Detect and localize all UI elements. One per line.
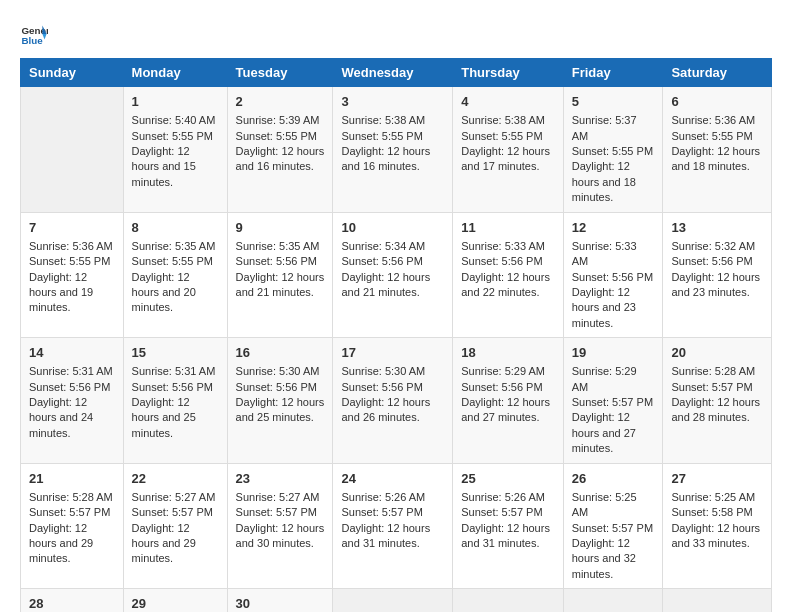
calendar-cell: 15Sunrise: 5:31 AMSunset: 5:56 PMDayligh…	[123, 338, 227, 464]
sunrise-info: Sunrise: 5:29 AM	[572, 364, 655, 395]
daylight-info: Daylight: 12 hours and 27 minutes.	[461, 395, 554, 426]
day-number: 29	[132, 595, 219, 612]
sunset-info: Sunset: 5:56 PM	[132, 380, 219, 395]
daylight-info: Daylight: 12 hours and 23 minutes.	[572, 285, 655, 331]
day-header-sunday: Sunday	[21, 59, 124, 87]
daylight-info: Daylight: 12 hours and 27 minutes.	[572, 410, 655, 456]
day-number: 21	[29, 470, 115, 488]
sunrise-info: Sunrise: 5:38 AM	[341, 113, 444, 128]
calendar-cell: 11Sunrise: 5:33 AMSunset: 5:56 PMDayligh…	[453, 212, 563, 338]
day-number: 30	[236, 595, 325, 612]
daylight-info: Daylight: 12 hours and 17 minutes.	[461, 144, 554, 175]
calendar-cell	[21, 87, 124, 213]
sunset-info: Sunset: 5:56 PM	[236, 380, 325, 395]
daylight-info: Daylight: 12 hours and 30 minutes.	[236, 521, 325, 552]
day-header-tuesday: Tuesday	[227, 59, 333, 87]
calendar-cell	[333, 589, 453, 612]
sunrise-info: Sunrise: 5:36 AM	[671, 113, 763, 128]
day-header-wednesday: Wednesday	[333, 59, 453, 87]
sunset-info: Sunset: 5:57 PM	[29, 505, 115, 520]
daylight-info: Daylight: 12 hours and 16 minutes.	[236, 144, 325, 175]
calendar-cell: 6Sunrise: 5:36 AMSunset: 5:55 PMDaylight…	[663, 87, 772, 213]
sunset-info: Sunset: 5:56 PM	[461, 254, 554, 269]
daylight-info: Daylight: 12 hours and 15 minutes.	[132, 144, 219, 190]
sunrise-info: Sunrise: 5:31 AM	[132, 364, 219, 379]
sunrise-info: Sunrise: 5:40 AM	[132, 113, 219, 128]
sunset-info: Sunset: 5:57 PM	[236, 505, 325, 520]
day-number: 23	[236, 470, 325, 488]
sunset-info: Sunset: 5:57 PM	[572, 521, 655, 536]
day-header-thursday: Thursday	[453, 59, 563, 87]
calendar-cell	[453, 589, 563, 612]
calendar-cell: 7Sunrise: 5:36 AMSunset: 5:55 PMDaylight…	[21, 212, 124, 338]
sunset-info: Sunset: 5:56 PM	[572, 270, 655, 285]
daylight-info: Daylight: 12 hours and 23 minutes.	[671, 270, 763, 301]
daylight-info: Daylight: 12 hours and 31 minutes.	[341, 521, 444, 552]
sunrise-info: Sunrise: 5:25 AM	[572, 490, 655, 521]
day-header-friday: Friday	[563, 59, 663, 87]
day-number: 24	[341, 470, 444, 488]
sunrise-info: Sunrise: 5:33 AM	[572, 239, 655, 270]
sunrise-info: Sunrise: 5:34 AM	[341, 239, 444, 254]
sunrise-info: Sunrise: 5:39 AM	[236, 113, 325, 128]
daylight-info: Daylight: 12 hours and 21 minutes.	[236, 270, 325, 301]
sunrise-info: Sunrise: 5:26 AM	[341, 490, 444, 505]
day-header-monday: Monday	[123, 59, 227, 87]
daylight-info: Daylight: 12 hours and 25 minutes.	[132, 395, 219, 441]
calendar-cell: 16Sunrise: 5:30 AMSunset: 5:56 PMDayligh…	[227, 338, 333, 464]
day-number: 19	[572, 344, 655, 362]
day-number: 18	[461, 344, 554, 362]
calendar-cell: 8Sunrise: 5:35 AMSunset: 5:55 PMDaylight…	[123, 212, 227, 338]
day-number: 27	[671, 470, 763, 488]
day-number: 10	[341, 219, 444, 237]
sunrise-info: Sunrise: 5:25 AM	[671, 490, 763, 505]
sunrise-info: Sunrise: 5:30 AM	[341, 364, 444, 379]
calendar-cell: 3Sunrise: 5:38 AMSunset: 5:55 PMDaylight…	[333, 87, 453, 213]
calendar-cell: 29Sunrise: 5:24 AMSunset: 5:58 PMDayligh…	[123, 589, 227, 612]
daylight-info: Daylight: 12 hours and 20 minutes.	[132, 270, 219, 316]
calendar-cell: 12Sunrise: 5:33 AMSunset: 5:56 PMDayligh…	[563, 212, 663, 338]
sunrise-info: Sunrise: 5:33 AM	[461, 239, 554, 254]
sunset-info: Sunset: 5:55 PM	[572, 144, 655, 159]
sunrise-info: Sunrise: 5:35 AM	[132, 239, 219, 254]
day-number: 6	[671, 93, 763, 111]
day-number: 2	[236, 93, 325, 111]
daylight-info: Daylight: 12 hours and 29 minutes.	[29, 521, 115, 567]
logo: General Blue	[20, 20, 52, 48]
sunset-info: Sunset: 5:57 PM	[461, 505, 554, 520]
sunrise-info: Sunrise: 5:29 AM	[461, 364, 554, 379]
daylight-info: Daylight: 12 hours and 33 minutes.	[671, 521, 763, 552]
sunset-info: Sunset: 5:56 PM	[461, 380, 554, 395]
day-number: 8	[132, 219, 219, 237]
calendar-cell: 27Sunrise: 5:25 AMSunset: 5:58 PMDayligh…	[663, 463, 772, 589]
calendar-cell: 5Sunrise: 5:37 AMSunset: 5:55 PMDaylight…	[563, 87, 663, 213]
day-number: 26	[572, 470, 655, 488]
calendar-header-row: SundayMondayTuesdayWednesdayThursdayFrid…	[21, 59, 772, 87]
daylight-info: Daylight: 12 hours and 24 minutes.	[29, 395, 115, 441]
calendar-cell	[563, 589, 663, 612]
day-number: 3	[341, 93, 444, 111]
day-number: 7	[29, 219, 115, 237]
day-number: 25	[461, 470, 554, 488]
sunrise-info: Sunrise: 5:28 AM	[29, 490, 115, 505]
day-number: 11	[461, 219, 554, 237]
calendar-cell: 13Sunrise: 5:32 AMSunset: 5:56 PMDayligh…	[663, 212, 772, 338]
daylight-info: Daylight: 12 hours and 25 minutes.	[236, 395, 325, 426]
sunrise-info: Sunrise: 5:26 AM	[461, 490, 554, 505]
calendar-cell: 17Sunrise: 5:30 AMSunset: 5:56 PMDayligh…	[333, 338, 453, 464]
sunset-info: Sunset: 5:55 PM	[341, 129, 444, 144]
sunrise-info: Sunrise: 5:38 AM	[461, 113, 554, 128]
day-number: 15	[132, 344, 219, 362]
calendar-cell: 20Sunrise: 5:28 AMSunset: 5:57 PMDayligh…	[663, 338, 772, 464]
daylight-info: Daylight: 12 hours and 29 minutes.	[132, 521, 219, 567]
calendar-cell: 14Sunrise: 5:31 AMSunset: 5:56 PMDayligh…	[21, 338, 124, 464]
daylight-info: Daylight: 12 hours and 31 minutes.	[461, 521, 554, 552]
calendar-week-row: 28Sunrise: 5:24 AMSunset: 5:58 PMDayligh…	[21, 589, 772, 612]
calendar-table: SundayMondayTuesdayWednesdayThursdayFrid…	[20, 58, 772, 612]
day-number: 12	[572, 219, 655, 237]
sunrise-info: Sunrise: 5:27 AM	[132, 490, 219, 505]
sunset-info: Sunset: 5:57 PM	[132, 505, 219, 520]
sunrise-info: Sunrise: 5:27 AM	[236, 490, 325, 505]
calendar-cell: 28Sunrise: 5:24 AMSunset: 5:58 PMDayligh…	[21, 589, 124, 612]
sunset-info: Sunset: 5:57 PM	[341, 505, 444, 520]
